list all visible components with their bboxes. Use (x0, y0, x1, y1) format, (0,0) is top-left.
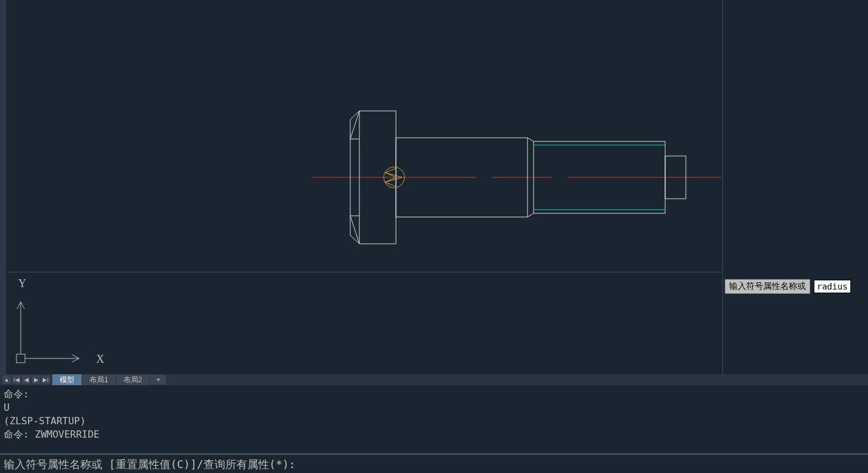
command-prompt-text: 输入符号属性名称或 [重置属性值(C)]/查询所有属性(*): (4, 458, 295, 471)
cmd-line-3: (ZLSP-STARTUP) (4, 415, 86, 427)
tab-add-button[interactable]: + (150, 375, 166, 385)
command-input[interactable]: 输入符号属性名称或 [重置属性值(C)]/查询所有属性(*): (0, 453, 868, 473)
tab-nav-up-icon[interactable]: ▲ (2, 375, 11, 384)
cmd-line-2: U (4, 402, 10, 413)
tab-model[interactable]: 模型 (52, 374, 82, 386)
ucs-x-label: X (96, 353, 104, 365)
cmd-line-1: 命令: (4, 388, 29, 400)
cmd-line-4: 命令: ZWMOVERRIDE (4, 429, 99, 440)
tab-nav-last-icon[interactable]: ▶I (41, 375, 50, 384)
dynamic-input-field[interactable]: radius (814, 280, 851, 293)
ucs-area: X Y (6, 272, 722, 374)
tab-layout2[interactable]: 布局2 (116, 374, 150, 386)
svg-rect-18 (16, 354, 25, 363)
left-edge-strip (0, 0, 6, 374)
tab-nav-next-icon[interactable]: ▶ (32, 375, 40, 384)
tab-nav-first-icon[interactable]: I◀ (12, 375, 21, 384)
drawing-canvas[interactable] (6, 0, 722, 272)
tab-layout1[interactable]: 布局1 (82, 374, 116, 386)
side-panel (722, 0, 868, 374)
svg-line-10 (528, 213, 534, 217)
tab-nav-group: ▲ I◀ ◀ ▶ ▶I (0, 375, 52, 384)
dynamic-input-tooltip: 输入符号属性名称或 radius (725, 279, 851, 294)
tab-nav-prev-icon[interactable]: ◀ (22, 375, 30, 384)
cad-drawing-svg (6, 0, 722, 272)
layout-tab-bar: ▲ I◀ ◀ ▶ ▶I 模型 布局1 布局2 + (0, 374, 868, 385)
svg-line-9 (528, 138, 534, 141)
dynamic-input-label: 输入符号属性名称或 (725, 279, 810, 294)
command-history[interactable]: 命令: U (ZLSP-STARTUP) 命令: ZWMOVERRIDE (0, 385, 868, 453)
ucs-icon: X Y (6, 272, 128, 375)
ucs-y-label: Y (18, 277, 26, 290)
